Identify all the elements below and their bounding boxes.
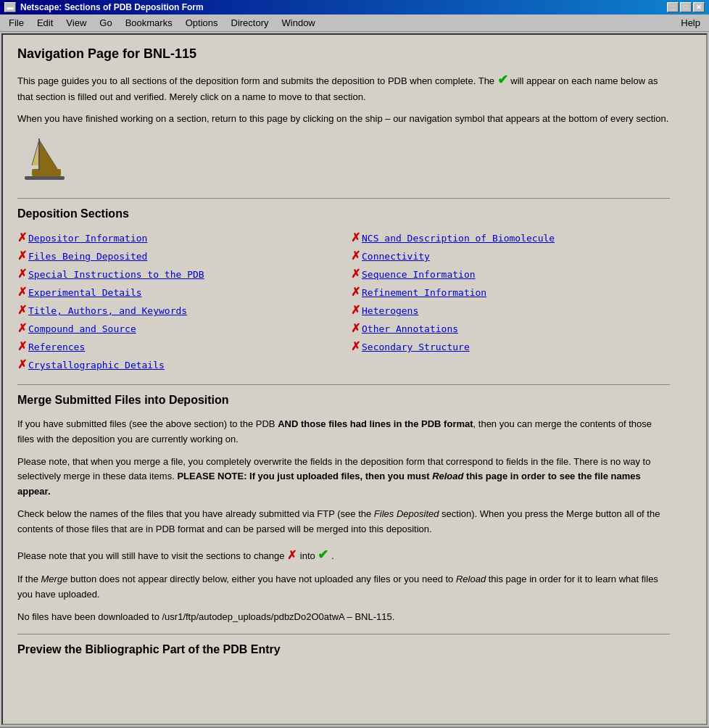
link-depositor-information[interactable]: Depositor Information	[28, 233, 147, 244]
x-icon-ncs: ✗	[351, 231, 360, 244]
merge-heading: Merge Submitted Files into Deposition	[17, 394, 670, 407]
menu-edit[interactable]: Edit	[31, 16, 59, 30]
merge-paragraph-4: Please note that you will still have to …	[17, 545, 670, 566]
x-icon-secondary-structure: ✗	[351, 339, 360, 353]
merge-paragraph-3: Check below the names of the files that …	[17, 507, 670, 537]
link-crystallographic-details[interactable]: Crystallographic Details	[28, 360, 165, 371]
preview-section: Preview the Bibliographic Part of the PD…	[17, 643, 670, 656]
ship-icon	[17, 133, 72, 187]
close-button[interactable]: ✕	[693, 2, 705, 12]
section-item-experimental: ✗ Experimental Details	[17, 285, 336, 299]
x-icon-connectivity: ✗	[351, 249, 360, 262]
sections-grid: ✗ Depositor Information ✗ Files Being De…	[17, 231, 670, 376]
divider-3	[17, 634, 670, 634]
x-icon-crystallographic: ✗	[17, 357, 27, 371]
svg-rect-3	[38, 138, 40, 170]
x-icon-references: ✗	[17, 339, 27, 353]
sections-right-column: ✗ NCS and Description of Biomolecule ✗ C…	[351, 231, 670, 376]
link-files-being-deposited[interactable]: Files Being Deposited	[28, 251, 147, 262]
x-icon-files: ✗	[17, 249, 27, 262]
menu-bookmarks[interactable]: Bookmarks	[120, 16, 178, 30]
window-titlebar: ▬ Netscape: Sections of PDB Deposition F…	[0, 0, 709, 15]
deposition-sections-heading: Deposition Sections	[17, 207, 670, 220]
section-item-other-annotations: ✗ Other Annotations	[351, 321, 670, 335]
section-item-references: ✗ References	[17, 339, 336, 353]
section-item-depositor: ✗ Depositor Information	[17, 231, 336, 244]
intro-paragraph-1: This page guides you to all sections of …	[17, 70, 670, 104]
page-content: Navigation Page for BNL-115 This page gu…	[3, 35, 684, 678]
x-icon-sequence: ✗	[351, 267, 360, 281]
link-sequence-information[interactable]: Sequence Information	[362, 269, 476, 280]
menu-directory[interactable]: Directory	[225, 16, 275, 30]
x-icon-depositor: ✗	[17, 231, 27, 244]
link-secondary-structure[interactable]: Secondary Structure	[362, 342, 470, 352]
ship-container	[17, 133, 670, 189]
link-ncs-biomolecule[interactable]: NCS and Description of Biomolecule	[362, 233, 555, 244]
menu-file[interactable]: File	[3, 16, 30, 30]
menu-window[interactable]: Window	[276, 16, 321, 30]
menu-options[interactable]: Options	[180, 16, 224, 30]
x-icon-special: ✗	[17, 267, 27, 281]
section-item-ncs: ✗ NCS and Description of Biomolecule	[351, 231, 670, 244]
titlebar-left: ▬ Netscape: Sections of PDB Deposition F…	[4, 2, 204, 12]
checkmark-icon: ✔	[497, 73, 508, 87]
section-item-secondary-structure: ✗ Secondary Structure	[351, 339, 670, 353]
merge-paragraph-6: No files have been downloaded to /usr1/f…	[17, 610, 670, 625]
x-icon-heterogens: ✗	[351, 303, 360, 317]
section-item-crystallographic: ✗ Crystallographic Details	[17, 357, 336, 371]
merge-paragraph-2: Please note, that when you merge a file,…	[17, 455, 670, 500]
section-item-heterogens: ✗ Heterogens	[351, 303, 670, 317]
section-item-refinement: ✗ Refinement Information	[351, 285, 670, 299]
link-heterogens[interactable]: Heterogens	[362, 305, 418, 316]
sections-left-column: ✗ Depositor Information ✗ Files Being De…	[17, 231, 336, 376]
content-area[interactable]: Navigation Page for BNL-115 This page gu…	[1, 33, 708, 725]
divider-1	[17, 198, 670, 199]
window-menu-button[interactable]: ▬	[4, 2, 16, 12]
x-icon-refinement: ✗	[351, 285, 360, 299]
merge-paragraph-5: If the Merge button does not appear dire…	[17, 572, 670, 603]
menu-go[interactable]: Go	[94, 16, 117, 30]
x-icon-experimental: ✗	[17, 285, 27, 299]
link-connectivity[interactable]: Connectivity	[362, 251, 430, 262]
merge-paragraph-1: If you have submitted files (see the abo…	[17, 417, 670, 447]
svg-rect-4	[25, 176, 65, 180]
x-icon-title: ✗	[17, 303, 27, 317]
checkmark-icon-inline: ✔	[318, 547, 328, 562]
intro-paragraph-2: When you have finished working on a sect…	[17, 112, 670, 126]
merge-section: Merge Submitted Files into Deposition If…	[17, 394, 670, 625]
x-icon-compound: ✗	[17, 321, 27, 335]
x-icon-inline: ✗	[287, 549, 297, 561]
link-references[interactable]: References	[28, 342, 85, 352]
menu-help[interactable]: Help	[675, 16, 706, 30]
section-item-connectivity: ✗ Connectivity	[351, 249, 670, 262]
svg-rect-0	[32, 169, 61, 176]
link-refinement-information[interactable]: Refinement Information	[362, 287, 486, 298]
link-title-authors[interactable]: Title, Authors, and Keywords	[28, 305, 187, 316]
divider-2	[17, 384, 670, 385]
section-item-compound: ✗ Compound and Source	[17, 321, 336, 335]
minimize-button[interactable]: _	[667, 2, 679, 12]
section-item-special: ✗ Special Instructions to the PDB	[17, 267, 336, 281]
menu-view[interactable]: View	[60, 16, 92, 30]
link-other-annotations[interactable]: Other Annotations	[362, 323, 458, 334]
maximize-button[interactable]: □	[680, 2, 692, 12]
window-title: Netscape: Sections of PDB Deposition For…	[20, 2, 204, 12]
link-compound-and-source[interactable]: Compound and Source	[28, 323, 136, 334]
menubar: File Edit View Go Bookmarks Options Dire…	[0, 15, 709, 32]
section-item-title: ✗ Title, Authors, and Keywords	[17, 303, 336, 317]
section-item-sequence: ✗ Sequence Information	[351, 267, 670, 281]
window-controls: _ □ ✕	[667, 2, 705, 12]
link-special-instructions[interactable]: Special Instructions to the PDB	[28, 269, 204, 280]
page-title: Navigation Page for BNL-115	[17, 46, 670, 62]
preview-heading: Preview the Bibliographic Part of the PD…	[17, 643, 670, 656]
x-icon-other-annotations: ✗	[351, 321, 360, 335]
section-item-files: ✗ Files Being Deposited	[17, 249, 336, 262]
link-experimental-details[interactable]: Experimental Details	[28, 287, 142, 298]
